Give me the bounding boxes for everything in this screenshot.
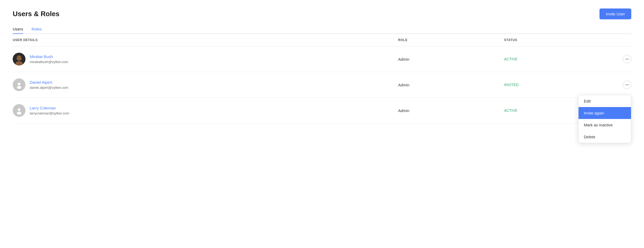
- user-email: mirabaibush@zylker.com: [30, 60, 68, 64]
- column-user-details: USER DETAILS: [13, 38, 398, 42]
- column-role: ROLE: [398, 38, 504, 42]
- table-row: Daniel Alpert daniel.alpert@zylker.com A…: [13, 72, 631, 98]
- user-name[interactable]: Larry Coleman: [30, 106, 69, 110]
- avatar: [13, 53, 25, 65]
- table-row: Mirabai Bush mirabaibush@zylker.com Admi…: [13, 46, 631, 72]
- ellipsis-icon: [625, 83, 629, 87]
- user-role: Admin: [398, 108, 504, 113]
- user-email: daniel.alpert@zylker.com: [30, 86, 68, 90]
- user-info: Mirabai Bush mirabaibush@zylker.com: [30, 54, 68, 64]
- svg-point-11: [627, 85, 628, 85]
- svg-rect-3: [16, 57, 18, 58]
- user-details-mirabai: Mirabai Bush mirabaibush@zylker.com: [13, 53, 398, 65]
- column-actions: [610, 38, 631, 42]
- user-email: larrycoleman@zylker.com: [30, 111, 69, 115]
- action-menu-button[interactable]: [623, 81, 631, 89]
- ellipsis-icon: [625, 57, 629, 61]
- action-menu-button[interactable]: [623, 55, 631, 63]
- avatar-placeholder-icon: [15, 107, 23, 114]
- user-role: Admin: [398, 57, 504, 61]
- tab-users[interactable]: Users: [13, 25, 23, 34]
- svg-point-13: [625, 85, 626, 85]
- user-details-daniel: Daniel Alpert daniel.alpert@zylker.com: [13, 78, 398, 91]
- user-info: Daniel Alpert daniel.alpert@zylker.com: [30, 80, 68, 90]
- dropdown-item-edit[interactable]: Edit: [579, 95, 631, 107]
- users-table: USER DETAILS ROLE STATUS: [13, 34, 631, 123]
- avatar-image: [13, 53, 25, 65]
- table-header: USER DETAILS ROLE STATUS: [13, 34, 631, 46]
- action-dropdown-menu: Edit Invite again Mark as Inactive Delet…: [578, 95, 631, 143]
- user-name[interactable]: Daniel Alpert: [30, 80, 68, 85]
- user-details-larry: Larry Coleman larrycoleman@zylker.com: [13, 104, 398, 117]
- svg-rect-4: [20, 57, 22, 58]
- user-info: Larry Coleman larrycoleman@zylker.com: [30, 106, 69, 115]
- user-status: ACTIVE: [504, 57, 610, 61]
- svg-point-1: [16, 55, 22, 61]
- page-title: Users & Roles: [13, 10, 59, 18]
- action-column: [610, 81, 631, 89]
- user-status: INVITED: [504, 83, 610, 87]
- avatar: [13, 78, 25, 91]
- tab-roles[interactable]: Roles: [32, 25, 42, 34]
- dropdown-item-mark-inactive[interactable]: Mark as Inactive: [579, 119, 631, 131]
- page-container: Users & Roles Invite User Users Roles US…: [0, 0, 644, 248]
- invite-user-button[interactable]: Invite User: [599, 8, 631, 19]
- user-name[interactable]: Mirabai Bush: [30, 54, 68, 59]
- svg-point-9: [18, 83, 20, 85]
- tabs-container: Users Roles: [13, 25, 631, 34]
- user-role: Admin: [398, 83, 504, 87]
- dropdown-item-invite-again[interactable]: Invite again: [579, 107, 631, 119]
- column-status: STATUS: [504, 38, 610, 42]
- avatar: [13, 104, 25, 117]
- svg-point-6: [628, 59, 629, 60]
- svg-point-7: [625, 59, 626, 60]
- svg-point-5: [627, 59, 628, 60]
- dropdown-item-delete[interactable]: Delete: [579, 131, 631, 143]
- page-header: Users & Roles Invite User: [13, 8, 631, 19]
- avatar-placeholder-icon: [15, 81, 23, 89]
- svg-point-15: [18, 108, 20, 111]
- action-column: [610, 55, 631, 63]
- table-row: Larry Coleman larrycoleman@zylker.com Ad…: [13, 98, 631, 123]
- svg-point-12: [628, 85, 629, 85]
